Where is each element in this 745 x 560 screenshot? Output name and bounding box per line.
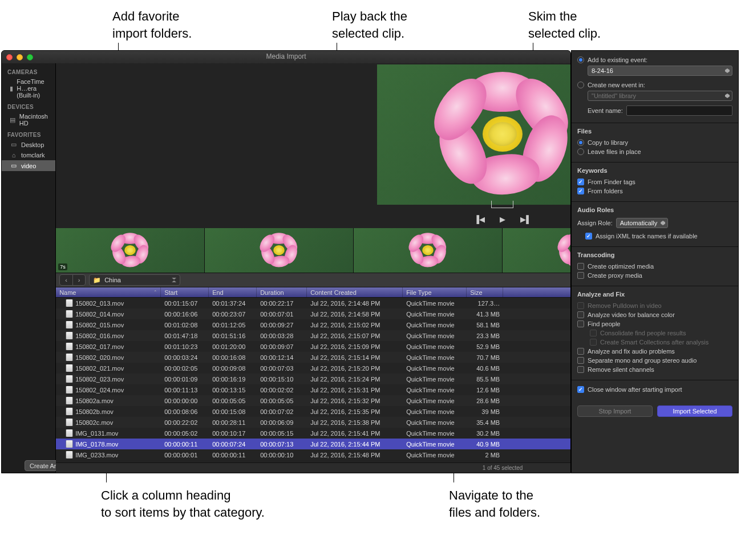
find-people-label: Find people bbox=[588, 320, 621, 327]
nav-forward-button[interactable]: › bbox=[72, 275, 85, 285]
leave-in-place-radio[interactable] bbox=[577, 148, 584, 155]
column-duration[interactable]: Duration bbox=[257, 287, 307, 297]
preview-viewer[interactable] bbox=[377, 64, 571, 205]
sidebar-item[interactable]: ▭Desktop bbox=[2, 139, 55, 150]
filmstrip-thumb[interactable]: 7s bbox=[56, 228, 205, 273]
optimized-media-check[interactable] bbox=[577, 263, 584, 270]
cell-size: 70.7 MB bbox=[467, 354, 503, 361]
file-icon bbox=[66, 375, 72, 383]
keywords-folders-check[interactable] bbox=[577, 188, 584, 194]
cell-end: 00:00:16:08 bbox=[209, 354, 257, 361]
import-selected-button[interactable]: Import Selected bbox=[657, 405, 732, 417]
remove-silent-label: Remove silent channels bbox=[588, 366, 654, 373]
minimize-window-button[interactable] bbox=[17, 54, 23, 60]
next-clip-button[interactable]: ▶▌ bbox=[520, 215, 531, 224]
cell-size: 35.4 MB bbox=[467, 419, 503, 426]
sidebar-item[interactable]: ▤Macintosh HD bbox=[2, 111, 55, 128]
prev-clip-button[interactable]: ▐◀ bbox=[474, 215, 485, 224]
close-window-button[interactable] bbox=[6, 54, 13, 60]
separate-mono-check[interactable] bbox=[577, 357, 584, 364]
folder-icon: ▭ bbox=[10, 162, 18, 169]
ixml-label: Assign iXML track names if available bbox=[596, 233, 698, 240]
cell-duration: 00:00:09:27 bbox=[257, 322, 307, 328]
keywords-finder-check[interactable] bbox=[577, 178, 584, 185]
separate-mono-label: Separate mono and group stereo audio bbox=[588, 357, 697, 364]
camera-icon: ▮ bbox=[10, 85, 13, 92]
file-icon bbox=[66, 299, 72, 307]
filmstrip-thumb[interactable] bbox=[205, 228, 354, 273]
cell-end: 00:00:10:17 bbox=[209, 430, 257, 437]
table-row[interactable]: 150802c.mov00:00:22:0200:00:28:1100:00:0… bbox=[56, 417, 571, 428]
cell-end: 00:00:23:07 bbox=[209, 311, 257, 318]
cell-start: 00:00:16:06 bbox=[161, 311, 209, 318]
cell-end: 00:00:28:11 bbox=[209, 419, 257, 426]
column-name[interactable]: Name˄ bbox=[56, 287, 161, 297]
table-row[interactable]: 150802_013.mov00:01:15:0700:01:37:2400:0… bbox=[56, 298, 571, 309]
file-table: Name˄ Start End Duration Content Created… bbox=[56, 287, 571, 473]
table-row[interactable]: 150802_016.mov00:01:47:1800:01:51:1600:0… bbox=[56, 330, 571, 341]
cell-size: 58.1 MB bbox=[467, 322, 503, 328]
table-row[interactable]: 150802b.mov00:00:08:0600:00:15:0800:00:0… bbox=[56, 406, 571, 417]
play-button[interactable]: ▶ bbox=[500, 215, 505, 224]
window-title: Media Import bbox=[266, 52, 306, 60]
cell-start: 00:00:01:09 bbox=[161, 376, 209, 383]
table-body: 150802_013.mov00:01:15:0700:01:37:2400:0… bbox=[56, 298, 571, 462]
table-row[interactable]: 150802_015.mov00:01:02:0800:01:12:0500:0… bbox=[56, 319, 571, 330]
table-row[interactable]: 150802_017.mov00:01:10:2300:01:20:0000:0… bbox=[56, 341, 571, 352]
cell-created: Jul 22, 2016, 2:14:58 PM bbox=[307, 311, 403, 318]
table-row[interactable]: 150802_024.mov00:00:11:1300:00:13:1500:0… bbox=[56, 384, 571, 395]
close-after-import-check[interactable] bbox=[577, 386, 584, 393]
existing-event-select[interactable]: 8-24-16 bbox=[588, 66, 732, 76]
column-file-type[interactable]: File Type bbox=[403, 287, 467, 297]
keywords-section: Keywords From Finder tags From folders bbox=[572, 163, 738, 202]
sidebar-section-header: CAMERAS bbox=[2, 66, 55, 76]
table-row[interactable]: 150802_020.mov00:00:03:2400:00:16:0800:0… bbox=[56, 352, 571, 363]
cell-created: Jul 22, 2016, 2:15:44 PM bbox=[307, 441, 403, 448]
cell-size: 2 MB bbox=[467, 452, 503, 458]
find-people-check[interactable] bbox=[577, 320, 584, 327]
copy-to-library-radio[interactable] bbox=[577, 139, 584, 146]
column-start[interactable]: Start bbox=[161, 287, 209, 297]
file-icon bbox=[66, 408, 72, 415]
filmstrip-thumb[interactable] bbox=[503, 228, 571, 273]
proxy-media-check[interactable] bbox=[577, 272, 584, 279]
balance-color-label: Analyze video for balance color bbox=[588, 311, 675, 318]
create-new-event-radio[interactable] bbox=[577, 82, 584, 88]
titlebar: Media Import bbox=[2, 51, 570, 63]
fix-audio-check[interactable] bbox=[577, 348, 584, 355]
zoom-window-button[interactable] bbox=[27, 54, 33, 60]
library-select[interactable]: "Untitled" library bbox=[588, 91, 732, 101]
home-icon: ⌂ bbox=[10, 152, 18, 159]
column-end[interactable]: End bbox=[209, 287, 257, 297]
audio-roles-title: Audio Roles bbox=[577, 206, 732, 213]
nav-back-forward: ‹ › bbox=[59, 274, 86, 286]
column-size[interactable]: Size bbox=[467, 287, 503, 297]
table-row[interactable]: IMG_0233.mov00:00:00:0100:00:00:1100:00:… bbox=[56, 449, 571, 460]
cell-filetype: QuickTime movie bbox=[403, 397, 467, 404]
sidebar-item[interactable]: ▮FaceTime H…era (Built-in) bbox=[2, 76, 55, 100]
filmstrip-thumb[interactable] bbox=[354, 228, 503, 273]
column-content-created[interactable]: Content Created bbox=[307, 287, 403, 297]
file-icon bbox=[66, 386, 72, 393]
ixml-check[interactable] bbox=[585, 233, 592, 240]
sidebar-item[interactable]: ⌂tomclark bbox=[2, 150, 55, 160]
folder-popup[interactable]: 📁 China bbox=[89, 274, 180, 286]
sidebar-item[interactable]: ▭video bbox=[2, 160, 55, 171]
remove-silent-check[interactable] bbox=[577, 366, 584, 373]
add-to-existing-radio[interactable] bbox=[577, 56, 584, 63]
table-row[interactable]: 150802a.mov00:00:00:0000:00:05:0500:00:0… bbox=[56, 395, 571, 406]
table-row[interactable]: 150802_021.mov00:00:02:0500:00:09:0800:0… bbox=[56, 363, 571, 374]
event-name-input[interactable] bbox=[626, 105, 732, 116]
stop-import-button[interactable]: Stop Import bbox=[577, 405, 653, 417]
table-row[interactable]: IMG_0131.mov00:00:05:0200:00:10:1700:00:… bbox=[56, 428, 571, 439]
assign-role-select[interactable]: Automatically bbox=[616, 218, 668, 228]
cell-filetype: QuickTime movie bbox=[403, 419, 467, 426]
table-row[interactable]: 150802_014.mov00:00:16:0600:00:23:0700:0… bbox=[56, 309, 571, 319]
media-import-window: Media Import CAMERAS▮FaceTime H…era (Bui… bbox=[1, 50, 571, 473]
table-row[interactable]: 150802_023.mov00:00:01:0900:00:16:1900:0… bbox=[56, 374, 571, 384]
cell-start: 00:00:22:02 bbox=[161, 419, 209, 426]
balance-color-check[interactable] bbox=[577, 311, 584, 318]
nav-back-button[interactable]: ‹ bbox=[60, 275, 72, 285]
table-row[interactable]: IMG_0178.mov00:00:00:1100:00:07:2400:00:… bbox=[56, 439, 571, 449]
filmstrip[interactable]: 7s bbox=[56, 228, 571, 273]
